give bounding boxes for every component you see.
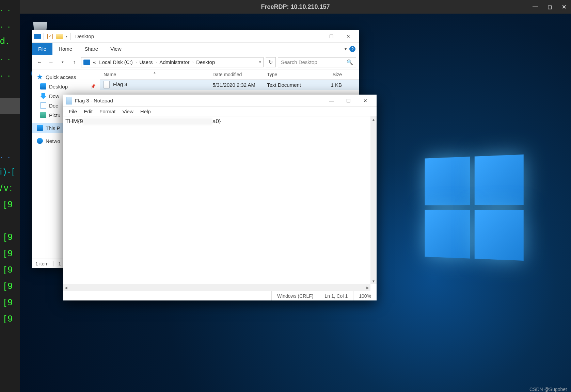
notepad-menu-bar: File Edit Format View Help xyxy=(63,107,377,116)
status-zoom: 100% xyxy=(353,291,377,300)
status-cursor-pos: Ln 1, Col 1 xyxy=(319,291,353,300)
scroll-up-icon[interactable]: ▲ xyxy=(370,116,377,122)
desktop-icon xyxy=(40,83,46,89)
scroll-down-icon[interactable]: ▼ xyxy=(370,278,377,284)
col-name[interactable]: ▲Name xyxy=(100,72,209,77)
col-size[interactable]: Size xyxy=(315,72,345,77)
notepad-maximize-icon[interactable]: ☐ xyxy=(340,95,357,107)
column-headers: ▲Name Date modified Type Size xyxy=(100,69,359,80)
tab-file[interactable]: File xyxy=(32,43,52,55)
notepad-close-icon[interactable]: ✕ xyxy=(357,95,374,107)
freerdp-window: FreeRDP: 10.10.210.157 — ◻ ✕ Rec Mi ✓ ▾ xyxy=(20,0,571,392)
windows-logo xyxy=(425,154,524,261)
search-input[interactable]: Search Desktop 🔍 xyxy=(278,57,356,67)
close-icon[interactable]: ✕ xyxy=(557,0,571,14)
explorer-title: Desktop xyxy=(75,33,94,39)
nav-up-icon[interactable]: ↑ xyxy=(69,58,79,67)
menu-edit[interactable]: Edit xyxy=(80,108,96,115)
file-name: Flag 3 xyxy=(113,81,127,87)
crumb-admin[interactable]: Administrator xyxy=(159,59,190,65)
crumb-drive[interactable]: Local Disk (C:) xyxy=(98,59,133,65)
host-terminal: . . . . d. . . . . . . i)-[ /v: [9 [9 [9… xyxy=(0,0,20,392)
explorer-maximize-icon[interactable]: ☐ xyxy=(323,30,340,43)
file-type: Text Document xyxy=(264,82,315,88)
breadcrumb-drop-icon[interactable]: ▾ xyxy=(259,60,261,64)
status-encoding: Windows (CRLF) xyxy=(271,291,319,300)
network-icon xyxy=(37,138,43,144)
pin-icon: 📌 xyxy=(91,84,96,89)
search-icon: 🔍 xyxy=(347,59,353,65)
breadcrumb[interactable]: « Local Disk (C:)› Users› Administrator›… xyxy=(81,57,264,67)
nav-forward-icon[interactable]: → xyxy=(46,58,56,67)
redacted-flag-content xyxy=(83,118,212,125)
nav-recent-icon[interactable]: ▾ xyxy=(58,58,67,67)
col-type[interactable]: Type xyxy=(264,72,315,77)
explorer-address-bar: ← → ▾ ↑ « Local Disk (C:)› Users› Admini… xyxy=(32,55,359,69)
notepad-window[interactable]: Flag 3 - Notepad — ☐ ✕ File Edit Format … xyxy=(63,95,377,300)
windows-desktop[interactable]: Rec Mi ✓ ▾ Desktop — ☐ ✕ xyxy=(20,14,571,392)
text-file-icon xyxy=(104,81,110,88)
maximize-icon[interactable]: ◻ xyxy=(542,0,557,14)
notepad-titlebar[interactable]: Flag 3 - Notepad — ☐ ✕ xyxy=(63,95,377,107)
scroll-right-icon[interactable]: ▶ xyxy=(366,286,369,290)
scrollbar-vertical[interactable]: ▲▼ xyxy=(370,116,377,284)
crumb-desktop[interactable]: Desktop xyxy=(195,59,216,65)
col-date[interactable]: Date modified xyxy=(209,72,264,77)
file-size: 1 KB xyxy=(315,82,345,88)
file-date: 5/31/2020 2:32 AM xyxy=(209,82,264,88)
content-suffix: a0} xyxy=(212,118,221,125)
tab-view[interactable]: View xyxy=(104,43,127,55)
search-placeholder: Search Desktop xyxy=(281,59,317,65)
content-prefix: THM{9 xyxy=(65,118,83,125)
notepad-status-bar: Windows (CRLF) Ln 1, Col 1 100% xyxy=(63,291,377,300)
freerdp-titlebar[interactable]: FreeRDP: 10.10.210.157 — ◻ ✕ xyxy=(20,0,571,14)
menu-file[interactable]: File xyxy=(65,108,80,115)
drive-icon xyxy=(83,60,90,65)
explorer-ribbon: File Home Share View ▾ ? xyxy=(32,43,359,55)
menu-format[interactable]: Format xyxy=(96,108,119,115)
notepad-title: Flag 3 - Notepad xyxy=(75,98,113,103)
notepad-minimize-icon[interactable]: — xyxy=(323,95,340,107)
status-sel-count: 1 xyxy=(58,261,61,266)
sidebar-item-quick-access[interactable]: Quick access xyxy=(32,72,100,82)
menu-view[interactable]: View xyxy=(119,108,137,115)
sidebar-item-desktop[interactable]: Desktop📌 xyxy=(32,82,100,91)
qat-dropdown-icon[interactable]: ▾ xyxy=(66,34,67,38)
minimize-icon[interactable]: — xyxy=(528,0,542,14)
table-row[interactable]: Flag 3 5/31/2020 2:32 AM Text Document 1… xyxy=(100,80,359,90)
tab-home[interactable]: Home xyxy=(52,43,78,55)
downloads-icon xyxy=(40,93,46,99)
qat-props-icon[interactable]: ✓ xyxy=(47,33,53,40)
notepad-icon xyxy=(66,97,72,104)
star-icon xyxy=(37,74,43,80)
documents-icon xyxy=(40,102,46,109)
help-icon[interactable]: ? xyxy=(349,46,355,52)
sort-asc-icon: ▲ xyxy=(153,71,156,74)
pc-icon xyxy=(37,125,43,131)
explorer-titlebar[interactable]: ✓ ▾ Desktop — ☐ ✕ xyxy=(32,30,359,43)
ribbon-collapse-icon[interactable]: ▾ xyxy=(345,47,347,51)
csdn-watermark: CSDN @Sugobet xyxy=(529,387,567,392)
scroll-left-icon[interactable]: ◀ xyxy=(65,286,67,290)
scrollbar-horizontal[interactable]: ◀▶ xyxy=(63,284,370,291)
thispc-icon xyxy=(34,33,41,40)
qat-folder-icon[interactable] xyxy=(56,33,63,40)
tab-share[interactable]: Share xyxy=(78,43,104,55)
status-item-count: 1 item xyxy=(35,261,48,266)
notepad-text-area[interactable]: THM{9a0} ▲▼ ◀▶ xyxy=(63,116,377,291)
pictures-icon xyxy=(40,112,46,118)
explorer-close-icon[interactable]: ✕ xyxy=(340,30,357,43)
freerdp-title: FreeRDP: 10.10.210.157 xyxy=(261,3,330,11)
crumb-users[interactable]: Users xyxy=(139,59,153,65)
refresh-icon[interactable]: ↻ xyxy=(266,57,276,67)
explorer-minimize-icon[interactable]: — xyxy=(306,30,323,43)
nav-back-icon[interactable]: ← xyxy=(35,58,44,67)
menu-help[interactable]: Help xyxy=(137,108,154,115)
